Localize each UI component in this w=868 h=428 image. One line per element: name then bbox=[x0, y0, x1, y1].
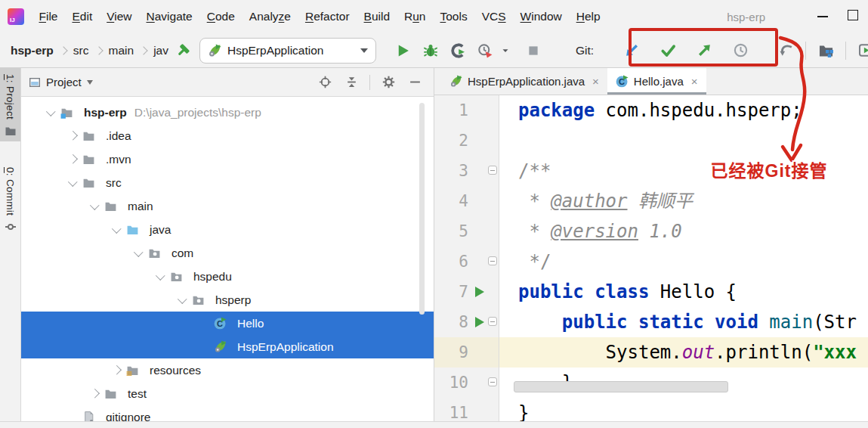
close-icon[interactable]: × bbox=[691, 75, 698, 88]
folder-icon bbox=[104, 200, 117, 212]
minimize-button[interactable] bbox=[808, 10, 838, 23]
code-text[interactable]: */ bbox=[499, 247, 868, 277]
breadcrumb-main[interactable]: main bbox=[109, 44, 134, 57]
menu-refactor[interactable]: Refactor bbox=[298, 0, 357, 33]
tree-item-hsp-erp[interactable]: hsp-erpD:\java_projects\hsp-erp bbox=[21, 101, 434, 124]
stripe-tab-1-project[interactable]: 1: Project bbox=[0, 68, 20, 141]
spring-boot-icon bbox=[214, 340, 227, 353]
chevron-down-icon[interactable] bbox=[107, 228, 126, 232]
locate-button[interactable] bbox=[314, 72, 336, 93]
run-gutter-icon[interactable] bbox=[475, 287, 484, 297]
debug-button[interactable] bbox=[417, 38, 444, 64]
run-anything-button[interactable] bbox=[852, 38, 868, 64]
build-hammer-icon[interactable] bbox=[176, 43, 190, 57]
changes-button[interactable] bbox=[812, 38, 839, 64]
code-text[interactable]: public static void main(Str bbox=[499, 307, 868, 337]
horizontal-scrollbar[interactable] bbox=[514, 381, 728, 392]
chevron-right-icon[interactable] bbox=[63, 132, 82, 139]
menu-file[interactable]: File bbox=[32, 0, 65, 33]
tree-item-src[interactable]: src bbox=[21, 171, 434, 194]
dropdown-button[interactable] bbox=[499, 38, 512, 64]
git-history-button[interactable] bbox=[722, 38, 758, 64]
code-text[interactable]: System.out.println("xxx bbox=[499, 337, 868, 368]
git-update-button[interactable] bbox=[613, 38, 650, 64]
chevron-down-icon[interactable] bbox=[172, 298, 192, 302]
tree-item--idea[interactable]: .idea bbox=[21, 124, 434, 147]
profiler-button[interactable] bbox=[471, 38, 499, 64]
code-text[interactable]: package com.hspedu.hsperp; bbox=[499, 95, 868, 126]
git-push-button[interactable] bbox=[686, 38, 722, 64]
run-configuration-select[interactable]: HspErpApplication bbox=[199, 38, 376, 64]
code-text[interactable]: * @author 韩顺平 bbox=[499, 186, 868, 216]
breadcrumb-jav[interactable]: jav bbox=[153, 44, 168, 57]
menu-view[interactable]: View bbox=[100, 0, 139, 33]
project-panel-title[interactable]: Project bbox=[46, 76, 82, 88]
stripe-tab-0-commit[interactable]: 0: Commit bbox=[0, 161, 20, 237]
tree-item-hspedu[interactable]: hspedu bbox=[21, 265, 434, 288]
minimize-icon bbox=[817, 16, 828, 17]
editor-tab-hello-java[interactable]: CHello.java× bbox=[607, 68, 706, 95]
tree-item-gitignore[interactable]: gitignore bbox=[21, 405, 434, 422]
tree-item-label: resources bbox=[150, 364, 201, 377]
code-text[interactable]: } bbox=[499, 398, 868, 422]
tree-item-hello[interactable]: CHello bbox=[21, 312, 434, 335]
collapse-all-button[interactable] bbox=[340, 72, 363, 93]
menu-build[interactable]: Build bbox=[357, 0, 397, 33]
code-editor[interactable]: 1package com.hspedu.hsperp;23/**4 * @aut… bbox=[434, 95, 868, 422]
tree-item-label: .mvn bbox=[106, 153, 131, 166]
hammer-icon bbox=[176, 43, 190, 57]
menu-analyze[interactable]: Analyze bbox=[242, 0, 298, 33]
menu-vcs[interactable]: VCS bbox=[474, 0, 513, 33]
chevron-down-icon[interactable] bbox=[128, 251, 148, 256]
chevron-down-icon[interactable] bbox=[150, 274, 170, 279]
stripe-tab-label: 1: Project bbox=[5, 74, 16, 119]
run-gutter-icon[interactable] bbox=[475, 317, 484, 327]
fold-marker-icon[interactable] bbox=[488, 377, 497, 386]
menu-code[interactable]: Code bbox=[199, 0, 242, 33]
tree-item-hsperp[interactable]: hsperp bbox=[21, 288, 434, 312]
tree-scrollbar[interactable] bbox=[419, 103, 425, 315]
menu-navigate[interactable]: Navigate bbox=[139, 0, 199, 33]
tree-item-hsperpapplication[interactable]: HspErpApplication bbox=[21, 335, 434, 358]
main-toolbar: hsp-erpsrcmainjav HspErpApplication Git: bbox=[0, 33, 868, 68]
code-text[interactable]: /** bbox=[499, 156, 868, 186]
maximize-button[interactable] bbox=[838, 10, 868, 23]
git-commit-button[interactable] bbox=[650, 38, 686, 64]
chevron-right-icon[interactable] bbox=[107, 367, 126, 374]
tree-item-test[interactable]: test bbox=[21, 382, 434, 405]
stop-button[interactable] bbox=[520, 38, 547, 64]
chevron-right-icon[interactable] bbox=[85, 390, 104, 397]
project-tool-icon bbox=[29, 76, 41, 88]
coverage-button[interactable] bbox=[444, 38, 471, 64]
tree-item-com[interactable]: com bbox=[21, 241, 434, 265]
breadcrumb-hsp-erp[interactable]: hsp-erp bbox=[11, 44, 54, 57]
chevron-right-icon[interactable] bbox=[63, 156, 82, 163]
menu-run[interactable]: Run bbox=[397, 0, 433, 33]
editor-tab-hsperpapplication-java[interactable]: HspErpApplication.java× bbox=[441, 68, 607, 95]
menu-edit[interactable]: Edit bbox=[65, 0, 100, 33]
code-line-5: 5 * @version 1.0 bbox=[434, 216, 868, 247]
breadcrumb-src[interactable]: src bbox=[73, 44, 89, 57]
settings-button[interactable] bbox=[377, 72, 400, 93]
menu-help[interactable]: Help bbox=[569, 0, 607, 33]
code-text[interactable] bbox=[499, 126, 868, 156]
chevron-down-icon[interactable] bbox=[63, 181, 82, 185]
chevron-right-icon bbox=[139, 46, 147, 54]
tree-item-resources[interactable]: resources bbox=[21, 358, 434, 382]
code-text[interactable]: public class Hello { bbox=[499, 277, 868, 307]
tree-item--mvn[interactable]: .mvn bbox=[21, 147, 434, 171]
fold-marker-icon[interactable] bbox=[488, 317, 497, 326]
chevron-down-icon[interactable] bbox=[85, 204, 104, 209]
chevron-down-icon[interactable] bbox=[41, 110, 60, 115]
menu-tools[interactable]: Tools bbox=[433, 0, 474, 33]
run-button[interactable] bbox=[390, 38, 417, 64]
hide-button[interactable] bbox=[403, 72, 426, 93]
code-text[interactable]: * @version 1.0 bbox=[499, 216, 868, 247]
close-icon[interactable]: × bbox=[592, 75, 599, 88]
menu-window[interactable]: Window bbox=[513, 0, 569, 33]
tree-item-java[interactable]: java bbox=[21, 218, 434, 241]
tree-item-main[interactable]: main bbox=[21, 194, 434, 218]
fold-marker-icon[interactable] bbox=[488, 256, 497, 265]
rollback-button[interactable] bbox=[772, 38, 799, 64]
fold-marker-icon[interactable] bbox=[488, 166, 497, 175]
